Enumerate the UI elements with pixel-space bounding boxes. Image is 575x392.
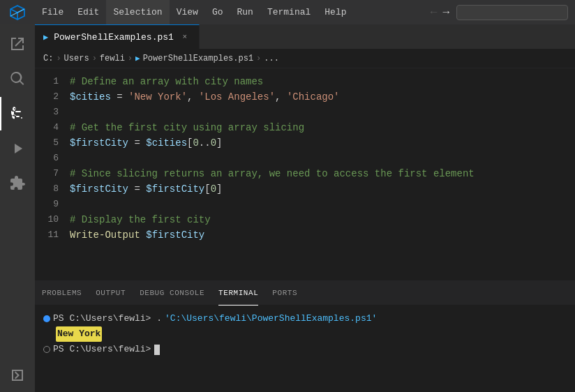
breadcrumb-c[interactable]: C: (43, 54, 53, 63)
breadcrumb-file[interactable]: PowerShellExamples.ps1 (143, 54, 253, 63)
menu-terminal[interactable]: Terminal (260, 0, 318, 24)
editor-area: ▶ PowerShellExamples.ps1 × C: › Users › … (35, 24, 575, 392)
terminal-prompt-2: PS C:\Users\fewli> (53, 342, 151, 357)
terminal-line-3: PS C:\Users\fewli> (43, 342, 567, 357)
menu-file[interactable]: File (35, 0, 70, 24)
panel-tab-output[interactable]: OUTPUT (96, 281, 126, 306)
activity-extensions[interactable] (0, 167, 35, 200)
menu-selection[interactable]: Selection (106, 0, 169, 24)
code-line-5: 5 $firstCity = $cities[0..0] (35, 135, 575, 151)
forward-arrow[interactable]: → (442, 6, 449, 19)
activity-search[interactable] (0, 62, 35, 96)
panel-tab-problems[interactable]: PROBLEMS (42, 281, 82, 306)
tab-powershell[interactable]: ▶ PowerShellExamples.ps1 × (35, 24, 200, 49)
code-line-10: 10 # Display the first city (35, 212, 575, 227)
terminal-path: 'C:\Users\fewli\PowerShellExamples.ps1' (165, 311, 377, 326)
terminal-output: New York (56, 326, 102, 342)
titlebar: File Edit Selection View Go Run Terminal… (0, 0, 575, 24)
ps-file-icon: ▶ (43, 32, 48, 43)
terminal-line-2: New York (43, 326, 567, 342)
panel-tabs: PROBLEMS OUTPUT DEBUG CONSOLE TERMINAL P… (35, 281, 575, 306)
activity-run-debug[interactable] (0, 132, 35, 165)
terminal-content[interactable]: PS C:\Users\fewli> . 'C:\Users\fewli\Pow… (35, 306, 575, 392)
tab-close-button[interactable]: × (179, 31, 191, 43)
panel-tab-terminal[interactable]: TERMINAL (218, 281, 258, 306)
breadcrumb-fewli[interactable]: fewli (100, 54, 125, 63)
panel-area: PROBLEMS OUTPUT DEBUG CONSOLE TERMINAL P… (35, 280, 575, 392)
menu-help[interactable]: Help (318, 0, 353, 24)
titlebar-nav: ← → (424, 6, 456, 19)
menu-view[interactable]: View (170, 0, 205, 24)
code-line-6: 6 (35, 151, 575, 166)
code-editor[interactable]: 1 # Define an array with city names 2 $c… (35, 68, 575, 280)
tab-name: PowerShellExamples.ps1 (54, 32, 174, 43)
activity-terminal[interactable] (0, 359, 35, 392)
terminal-dot-empty (43, 346, 50, 353)
code-line-4: 4 # Get the first city using array slici… (35, 120, 575, 135)
menu-bar: File Edit Selection View Go Run Terminal… (35, 0, 354, 24)
terminal-line-1: PS C:\Users\fewli> . 'C:\Users\fewli\Pow… (43, 311, 567, 326)
activity-bar (0, 24, 35, 392)
tab-bar: ▶ PowerShellExamples.ps1 × (35, 24, 575, 49)
main-layout: ▶ PowerShellExamples.ps1 × C: › Users › … (0, 24, 575, 392)
terminal-prompt-1: PS C:\Users\fewli> . (53, 311, 162, 326)
code-line-8: 8 $firstCity = $firstCity[0] (35, 181, 575, 197)
activity-source-control[interactable] (0, 97, 35, 130)
panel-tab-debug[interactable]: DEBUG CONSOLE (140, 281, 204, 306)
panel-tab-ports[interactable]: PORTS (272, 281, 297, 306)
activity-explorer[interactable] (0, 27, 35, 61)
code-line-11: 11 Write-Output $firstCity (35, 227, 575, 243)
code-line-7: 7 # Since slicing returns an array, we n… (35, 166, 575, 181)
menu-edit[interactable]: Edit (70, 0, 106, 24)
code-line-2: 2 $cities = 'New York', 'Los Angeles', '… (35, 89, 575, 105)
breadcrumb-users[interactable]: Users (64, 54, 89, 63)
code-line-1: 1 # Define an array with city names (35, 74, 575, 89)
terminal-cursor (154, 345, 160, 355)
search-box[interactable] (456, 5, 568, 20)
breadcrumb-ellipsis[interactable]: ... (264, 54, 279, 63)
menu-go[interactable]: Go (205, 0, 230, 24)
app-logo (0, 5, 35, 20)
back-arrow[interactable]: ← (431, 6, 438, 19)
code-line-3: 3 (35, 105, 575, 120)
menu-run[interactable]: Run (230, 0, 260, 24)
breadcrumb: C: › Users › fewli › ▶ PowerShellExample… (35, 49, 575, 68)
code-line-9: 9 (35, 197, 575, 212)
ps-breadcrumb-icon: ▶ (135, 54, 140, 63)
terminal-dot-active (43, 315, 50, 322)
